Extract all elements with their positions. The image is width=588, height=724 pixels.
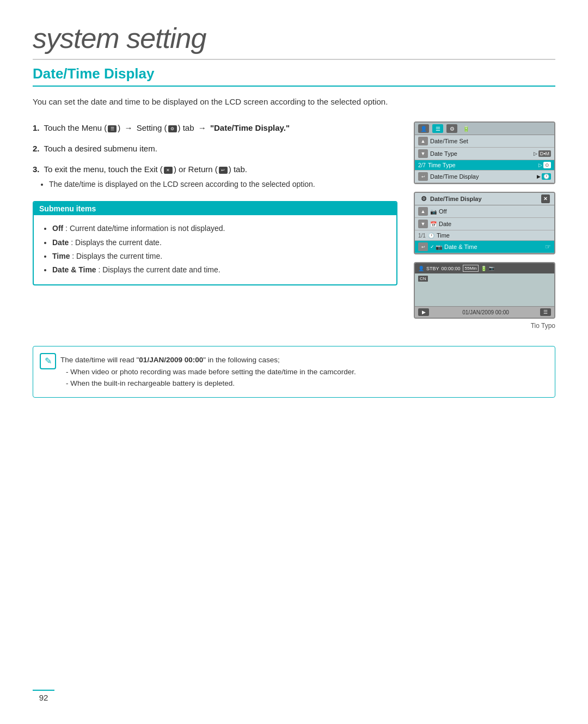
step-1-num: 1. (33, 123, 40, 132)
lcd-back-btn-2: ↩ (418, 242, 428, 251)
step-3-num: 3. (33, 165, 40, 174)
lcd-date-label: Date (439, 221, 551, 227)
lcd-timetype-label: Time Type (428, 162, 538, 168)
lcd-back-btn: ↩ (418, 172, 428, 181)
lcd-menu-btn-3: ☰ (540, 308, 551, 316)
tio-typo-label: Tio Typo (414, 322, 555, 330)
lcd-datetime-display: 01/JAN/2009 00:00 (431, 309, 540, 315)
lcd-screen3-bottombar: ▶ 01/JAN/2009 00:00 ☰ (415, 306, 554, 318)
lcd-datetime-icon: 📷 (436, 244, 442, 250)
note-bold-text: 01/JAN/2009 00:00 (139, 356, 203, 364)
left-column: 1. Touch the Menu (☰) → Setting (⚙) tab … (33, 121, 397, 285)
step-1: 1. Touch the Menu (☰) → Setting (⚙) tab … (33, 121, 397, 135)
stby-text: STBY (426, 266, 439, 271)
lcd-datetimedisp-value: 🕐 (542, 173, 551, 180)
submenu-item-date: Date : Displays the current date. (52, 236, 388, 250)
step-2-num: 2. (33, 144, 40, 153)
finger-cursor-icon: ☞ (545, 243, 551, 251)
lcd-row-datetimedisp: ↩ Date/Time Display ▶ 🕐 (415, 171, 554, 183)
lcd-gear-icon: ⚙ (446, 124, 457, 133)
lcd-row-datetimeset: ▲ Date/Time Set (415, 135, 554, 148)
step-3-content: To exit the menu, touch the Exit (✕) or … (44, 165, 247, 174)
lcd-date-icon: 📅 (430, 221, 437, 227)
lcd-screen3-main: CN (415, 273, 554, 306)
lcd-timetype-arrow: ▷ (538, 162, 542, 168)
submenu-list: Off : Current date/time information is n… (42, 222, 388, 277)
note-bullet-2: - When the built-in rechargeable battery… (66, 378, 546, 390)
lcd-person-icon: 👤 (418, 124, 429, 133)
submenu-title: Submenu items (34, 202, 396, 215)
lcd-datetime-label: Date & Time (444, 244, 545, 250)
lcd-menu-icon-selected: ☰ (432, 124, 443, 133)
lcd-row-off: ▲ 📷 Off (415, 205, 554, 218)
lcd-row-date2: ▼ 📅 Date (415, 218, 554, 230)
step-3-bullet-1: The date/time is displayed on the LCD sc… (49, 178, 397, 190)
lcd-topbar-1: 👤 ☰ ⚙ 🔋 (415, 123, 554, 135)
submenu-box: Submenu items Off : Current date/time in… (33, 201, 397, 285)
lcd-screen2-title: Date/Time Display (430, 196, 541, 202)
note-text-after: " in the following cases; (203, 356, 280, 364)
lcd-up-btn-2: ▲ (418, 207, 428, 216)
lcd-check-icon: ✓ (430, 244, 434, 250)
note-icon: ✎ (40, 353, 56, 369)
lcd-close-btn: ✕ (541, 194, 550, 203)
lcd-datetype-value: D▪M (538, 150, 551, 157)
note-bullet-1: - When video or photo recording was made… (66, 366, 546, 378)
timecode: 00:00:00 (442, 266, 461, 271)
lcd-row-timetype: 2/7 Time Type ▷ ⊙ (415, 160, 554, 171)
lcd-down-btn: ▼ (418, 149, 428, 158)
step-1-content: Touch the Menu (☰) → Setting (⚙) tab → "… (44, 123, 290, 132)
lcd-off-label: Off (439, 208, 551, 215)
battery-display: 🔋 (481, 266, 487, 271)
lcd-row-datetime2: ↩ ✓ 📷 Date & Time ☞ (415, 241, 554, 253)
note-content: The date/time will read "01/JAN/2009 00:… (60, 354, 546, 390)
submenu-item-off: Off : Current date/time information is n… (52, 222, 388, 235)
lcd-datetype-label: Date Type (430, 150, 534, 157)
lcd-screen-3: 👤 STBY 00:00:00 55Min 🔋 📷 CN ▶ 01/JAN/20… (414, 262, 555, 319)
lcd-datetimeset-label: Date/Time Set (430, 138, 551, 144)
lcd-row-time2: 1/1 🕐 Time (415, 230, 554, 241)
note-box: ✎ The date/time will read "01/JAN/2009 0… (33, 346, 555, 398)
lcd-gear-icon-2: ⚙ (419, 194, 428, 203)
step-3: 3. To exit the menu, touch the Exit (✕) … (33, 163, 397, 190)
cn-label: CN (418, 276, 428, 282)
lcd-timetype-value: ⊙ (543, 162, 551, 168)
lcd-datetimedisp-label: Date/Time Display (430, 173, 537, 180)
lcd-battery-icon: 🔋 (461, 124, 471, 133)
lcd-datetype-arrow: ▷ (534, 151, 537, 156)
page-number: 92 (33, 690, 54, 702)
intro-text: You can set the date and time to be disp… (33, 95, 555, 108)
step-3-bullets: The date/time is displayed on the LCD sc… (49, 178, 397, 190)
lcd-down-btn-2: ▼ (418, 220, 428, 228)
step-2-content: Touch a desired submenu item. (44, 144, 157, 153)
right-column: 👤 ☰ ⚙ 🔋 ▲ Date/Time Set ▼ Date Type ▷ D▪… (414, 121, 555, 330)
lcd-screen3-topbar: 👤 STBY 00:00:00 55Min 🔋 📷 (415, 263, 554, 273)
lcd-datetimedisp-arrow: ▶ (537, 174, 541, 179)
page-title: system setting (33, 22, 555, 60)
lcd-play-btn: ▶ (418, 308, 429, 316)
lcd-up-btn: ▲ (418, 137, 428, 145)
lcd-topbar-2: ⚙ Date/Time Display ✕ (415, 193, 554, 205)
lcd-page-indicator: 2/7 (418, 162, 426, 168)
lcd-off-icon: 📷 (430, 209, 437, 215)
lcd-screen-2: ⚙ Date/Time Display ✕ ▲ 📷 Off ▼ 📅 Date 1… (414, 192, 555, 254)
lcd-row-datetype: ▼ Date Type ▷ D▪M (415, 148, 554, 160)
lcd-time-icon: 🕐 (428, 233, 434, 239)
submenu-item-time: Time : Displays the current time. (52, 250, 388, 263)
memory-label: 55Min (463, 265, 479, 272)
resolution-icon: 📷 (489, 266, 494, 271)
submenu-item-datetime: Date & Time : Displays the current date … (52, 263, 388, 277)
lcd-page-indicator-2: 1/1 (418, 233, 426, 239)
lcd-time-label: Time (437, 232, 551, 239)
stby-label: 👤 (418, 266, 424, 271)
section-title: Date/Time Display (33, 65, 555, 87)
note-text-before: The date/time will read " (60, 356, 139, 364)
step-2: 2. Touch a desired submenu item. (33, 142, 397, 155)
lcd-screen-1: 👤 ☰ ⚙ 🔋 ▲ Date/Time Set ▼ Date Type ▷ D▪… (414, 121, 555, 184)
